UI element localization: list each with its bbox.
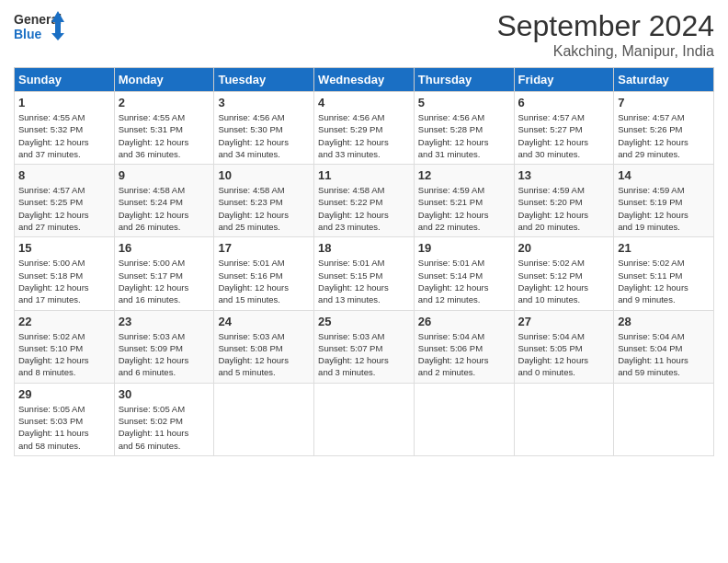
location-subtitle: Kakching, Manipur, India xyxy=(496,43,714,60)
day-number: 4 xyxy=(318,96,410,109)
calendar-day-cell: 3Sunrise: 4:56 AMSunset: 5:30 PMDaylight… xyxy=(214,92,314,165)
calendar-day-cell: 6Sunrise: 4:57 AMSunset: 5:27 PMDaylight… xyxy=(514,92,614,165)
day-info: Sunrise: 5:00 AMSunset: 5:18 PMDaylight:… xyxy=(18,257,110,305)
day-number: 8 xyxy=(18,168,110,182)
calendar-day-cell: 16Sunrise: 5:00 AMSunset: 5:17 PMDayligh… xyxy=(114,237,214,310)
header-row: Sunday Monday Tuesday Wednesday Thursday… xyxy=(15,68,714,92)
calendar-day-cell: 23Sunrise: 5:03 AMSunset: 5:09 PMDayligh… xyxy=(114,310,214,383)
calendar-day-cell xyxy=(614,383,714,455)
calendar-week-row: 15Sunrise: 5:00 AMSunset: 5:18 PMDayligh… xyxy=(15,237,714,310)
day-info: Sunrise: 5:01 AMSunset: 5:15 PMDaylight:… xyxy=(318,257,410,305)
day-number: 26 xyxy=(418,315,510,328)
day-info: Sunrise: 5:00 AMSunset: 5:17 PMDaylight:… xyxy=(119,257,210,305)
day-number: 27 xyxy=(518,315,610,328)
day-number: 18 xyxy=(318,241,410,255)
day-number: 12 xyxy=(418,168,510,182)
day-info: Sunrise: 4:58 AMSunset: 5:23 PMDaylight:… xyxy=(218,184,310,233)
calendar-day-cell xyxy=(414,383,514,455)
calendar-day-cell xyxy=(514,383,614,455)
day-info: Sunrise: 5:03 AMSunset: 5:07 PMDaylight:… xyxy=(318,330,410,379)
day-number: 20 xyxy=(518,241,610,255)
calendar-day-cell: 13Sunrise: 4:59 AMSunset: 5:20 PMDayligh… xyxy=(514,165,614,237)
day-info: Sunrise: 5:04 AMSunset: 5:04 PMDaylight:… xyxy=(618,330,710,379)
day-info: Sunrise: 5:05 AMSunset: 5:02 PMDaylight:… xyxy=(119,403,210,452)
day-info: Sunrise: 5:01 AMSunset: 5:16 PMDaylight:… xyxy=(218,257,310,305)
calendar-day-cell: 9Sunrise: 4:58 AMSunset: 5:24 PMDaylight… xyxy=(114,165,214,237)
day-number: 3 xyxy=(218,96,310,109)
calendar-week-row: 1Sunrise: 4:55 AMSunset: 5:32 PMDaylight… xyxy=(15,92,714,165)
calendar-day-cell: 27Sunrise: 5:04 AMSunset: 5:05 PMDayligh… xyxy=(514,310,614,383)
day-number: 28 xyxy=(618,315,710,328)
day-number: 19 xyxy=(418,241,510,255)
calendar-table: Sunday Monday Tuesday Wednesday Thursday… xyxy=(14,67,714,456)
col-friday: Friday xyxy=(514,68,614,92)
day-info: Sunrise: 4:56 AMSunset: 5:28 PMDaylight:… xyxy=(418,111,510,160)
page-container: General Blue September 2024 Kakching, Ma… xyxy=(0,0,728,465)
calendar-week-row: 29Sunrise: 5:05 AMSunset: 5:03 PMDayligh… xyxy=(15,383,714,455)
calendar-day-cell: 10Sunrise: 4:58 AMSunset: 5:23 PMDayligh… xyxy=(214,165,314,237)
calendar-day-cell: 19Sunrise: 5:01 AMSunset: 5:14 PMDayligh… xyxy=(414,237,514,310)
day-number: 29 xyxy=(18,387,110,401)
day-number: 13 xyxy=(518,168,610,182)
calendar-day-cell xyxy=(214,383,314,455)
title-section: September 2024 Kakching, Manipur, India xyxy=(496,9,714,60)
day-info: Sunrise: 4:57 AMSunset: 5:26 PMDaylight:… xyxy=(618,111,710,160)
calendar-day-cell: 14Sunrise: 4:59 AMSunset: 5:19 PMDayligh… xyxy=(614,165,714,237)
day-number: 7 xyxy=(618,96,710,109)
day-info: Sunrise: 5:04 AMSunset: 5:06 PMDaylight:… xyxy=(418,330,510,379)
day-info: Sunrise: 4:59 AMSunset: 5:21 PMDaylight:… xyxy=(418,184,510,233)
day-info: Sunrise: 5:02 AMSunset: 5:11 PMDaylight:… xyxy=(618,257,710,305)
calendar-day-cell: 2Sunrise: 4:55 AMSunset: 5:31 PMDaylight… xyxy=(114,92,214,165)
day-info: Sunrise: 5:03 AMSunset: 5:08 PMDaylight:… xyxy=(218,330,310,379)
calendar-day-cell: 25Sunrise: 5:03 AMSunset: 5:07 PMDayligh… xyxy=(314,310,415,383)
calendar-week-row: 22Sunrise: 5:02 AMSunset: 5:10 PMDayligh… xyxy=(15,310,714,383)
calendar-day-cell: 8Sunrise: 4:57 AMSunset: 5:25 PMDaylight… xyxy=(15,165,115,237)
calendar-day-cell: 11Sunrise: 4:58 AMSunset: 5:22 PMDayligh… xyxy=(314,165,415,237)
day-number: 17 xyxy=(218,241,310,255)
day-info: Sunrise: 5:02 AMSunset: 5:10 PMDaylight:… xyxy=(18,330,110,379)
day-number: 21 xyxy=(618,241,710,255)
col-tuesday: Tuesday xyxy=(214,68,314,92)
calendar-day-cell: 26Sunrise: 5:04 AMSunset: 5:06 PMDayligh… xyxy=(414,310,514,383)
calendar-day-cell: 18Sunrise: 5:01 AMSunset: 5:15 PMDayligh… xyxy=(314,237,415,310)
day-info: Sunrise: 4:58 AMSunset: 5:24 PMDaylight:… xyxy=(119,184,210,233)
day-number: 10 xyxy=(218,168,310,182)
calendar-day-cell: 17Sunrise: 5:01 AMSunset: 5:16 PMDayligh… xyxy=(214,237,314,310)
calendar-day-cell: 29Sunrise: 5:05 AMSunset: 5:03 PMDayligh… xyxy=(15,383,115,455)
day-info: Sunrise: 4:57 AMSunset: 5:27 PMDaylight:… xyxy=(518,111,610,160)
calendar-day-cell: 12Sunrise: 4:59 AMSunset: 5:21 PMDayligh… xyxy=(414,165,514,237)
calendar-day-cell: 1Sunrise: 4:55 AMSunset: 5:32 PMDaylight… xyxy=(15,92,115,165)
day-info: Sunrise: 4:56 AMSunset: 5:29 PMDaylight:… xyxy=(318,111,410,160)
calendar-day-cell: 21Sunrise: 5:02 AMSunset: 5:11 PMDayligh… xyxy=(614,237,714,310)
day-number: 9 xyxy=(119,168,210,182)
calendar-day-cell: 5Sunrise: 4:56 AMSunset: 5:28 PMDaylight… xyxy=(414,92,514,165)
col-wednesday: Wednesday xyxy=(314,68,415,92)
logo-svg: General Blue xyxy=(14,9,64,46)
day-number: 16 xyxy=(119,241,210,255)
day-info: Sunrise: 4:59 AMSunset: 5:20 PMDaylight:… xyxy=(518,184,610,233)
day-info: Sunrise: 5:04 AMSunset: 5:05 PMDaylight:… xyxy=(518,330,610,379)
calendar-day-cell: 7Sunrise: 4:57 AMSunset: 5:26 PMDaylight… xyxy=(614,92,714,165)
calendar-day-cell xyxy=(314,383,415,455)
day-number: 2 xyxy=(119,96,210,109)
day-info: Sunrise: 5:05 AMSunset: 5:03 PMDaylight:… xyxy=(18,403,110,452)
day-info: Sunrise: 5:01 AMSunset: 5:14 PMDaylight:… xyxy=(418,257,510,305)
calendar-day-cell: 15Sunrise: 5:00 AMSunset: 5:18 PMDayligh… xyxy=(15,237,115,310)
col-thursday: Thursday xyxy=(414,68,514,92)
day-number: 6 xyxy=(518,96,610,109)
day-info: Sunrise: 4:57 AMSunset: 5:25 PMDaylight:… xyxy=(18,184,110,233)
day-info: Sunrise: 4:55 AMSunset: 5:32 PMDaylight:… xyxy=(18,111,110,160)
day-number: 14 xyxy=(618,168,710,182)
day-info: Sunrise: 4:59 AMSunset: 5:19 PMDaylight:… xyxy=(618,184,710,233)
day-number: 15 xyxy=(18,241,110,255)
col-sunday: Sunday xyxy=(15,68,115,92)
svg-text:Blue: Blue xyxy=(14,27,42,41)
logo: General Blue xyxy=(14,9,64,46)
col-monday: Monday xyxy=(114,68,214,92)
day-number: 11 xyxy=(318,168,410,182)
calendar-day-cell: 28Sunrise: 5:04 AMSunset: 5:04 PMDayligh… xyxy=(614,310,714,383)
day-number: 1 xyxy=(18,96,110,109)
day-info: Sunrise: 5:02 AMSunset: 5:12 PMDaylight:… xyxy=(518,257,610,305)
calendar-day-cell: 30Sunrise: 5:05 AMSunset: 5:02 PMDayligh… xyxy=(114,383,214,455)
calendar-day-cell: 24Sunrise: 5:03 AMSunset: 5:08 PMDayligh… xyxy=(214,310,314,383)
